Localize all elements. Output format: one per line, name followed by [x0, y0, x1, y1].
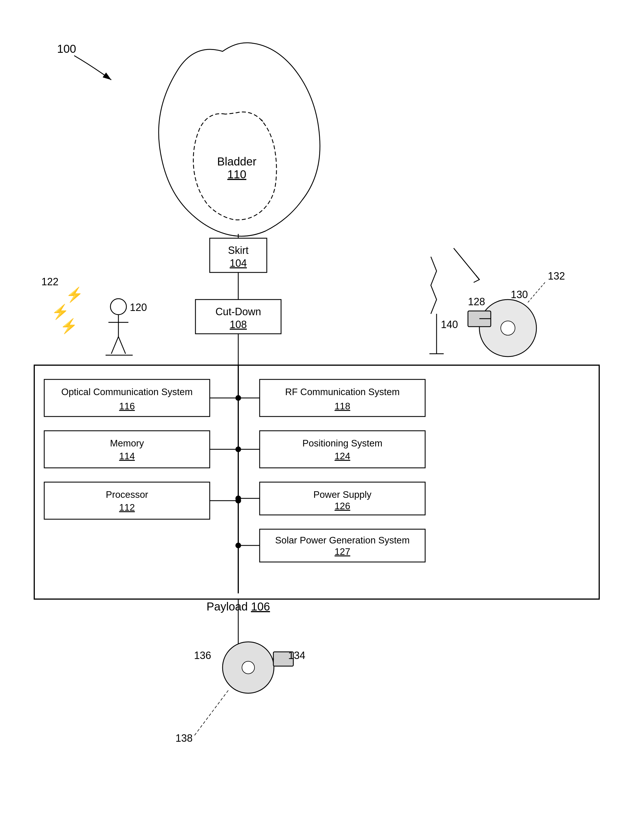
- ref-130: 130: [511, 289, 528, 300]
- ref-128: 128: [468, 296, 485, 307]
- ref-132: 132: [548, 270, 565, 282]
- ref-136: 136: [194, 650, 211, 661]
- positioning-label: Positioning System: [302, 438, 383, 448]
- ref-100-label: 100: [57, 43, 76, 55]
- ref-120: 120: [130, 302, 147, 313]
- cutdown-ref: 108: [230, 318, 247, 330]
- processor-ref: 112: [119, 502, 135, 513]
- rf-ref: 118: [334, 401, 350, 411]
- power-label: Power Supply: [313, 489, 371, 500]
- memory-box: [44, 431, 210, 468]
- lightning-left3: ⚡: [60, 317, 78, 335]
- solar-box: [260, 529, 425, 562]
- rf-signal-line: [454, 248, 480, 279]
- memory-ref: 114: [119, 451, 135, 461]
- ref-140: 140: [441, 318, 458, 330]
- ref-134: 134: [288, 650, 305, 661]
- optical-label: Optical Communication System: [61, 387, 192, 397]
- bottom-sphere-inner: [242, 661, 255, 674]
- ref-138: 138: [176, 732, 192, 744]
- processor-box: [44, 482, 210, 519]
- rf-signal-arrow: [474, 275, 480, 282]
- lightning-left: ⚡: [66, 286, 84, 303]
- solar-label: Solar Power Generation System: [275, 535, 409, 545]
- lightning-left2: ⚡: [51, 303, 69, 320]
- positioning-box: [260, 431, 425, 468]
- cutdown-label: Cut-Down: [215, 306, 261, 317]
- device-sphere-inner: [501, 321, 515, 335]
- skirt-ref: 104: [230, 257, 247, 269]
- antenna-zigzag: [431, 257, 437, 314]
- power-ref: 126: [334, 501, 350, 511]
- positioning-ref: 124: [334, 451, 350, 461]
- power-bus-node: [235, 496, 241, 501]
- person-head: [110, 299, 127, 315]
- solar-ref: 127: [334, 546, 350, 557]
- rf-label: RF Communication System: [285, 387, 400, 397]
- ref-100-arrow: [74, 56, 111, 80]
- optical-ref: 116: [119, 401, 135, 411]
- person-leg-left: [111, 336, 118, 354]
- person-leg-right: [118, 336, 126, 354]
- bladder-label: Bladder: [217, 155, 256, 168]
- solar-bus-node: [235, 543, 241, 548]
- ref-132-line: [528, 282, 545, 302]
- memory-label: Memory: [110, 438, 144, 448]
- processor-label: Processor: [106, 489, 148, 500]
- bottom-dotted-line: [194, 690, 228, 736]
- diagram: 100 Envelope 102 Bladder 110 Skirt 104 C…: [0, 0, 644, 837]
- ref-122: 122: [41, 276, 59, 287]
- bladder-ref: 110: [227, 168, 246, 181]
- skirt-label: Skirt: [228, 245, 248, 256]
